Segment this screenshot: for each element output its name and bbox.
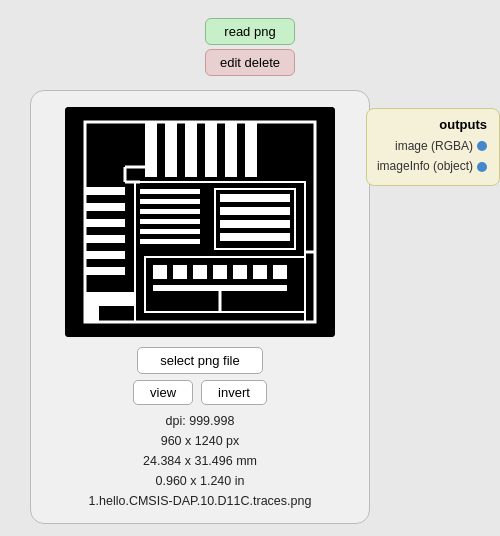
svg-rect-10 [85,219,125,227]
svg-rect-22 [140,239,200,244]
top-buttons-container: read png edit delete [205,18,295,76]
svg-rect-40 [153,285,287,291]
svg-rect-34 [253,265,267,279]
filename: 1.hello.CMSIS-DAP.10.D11C.traces.png [89,491,312,511]
output-image-label: image (RGBA) [395,136,473,156]
svg-rect-21 [140,229,200,234]
svg-rect-15 [85,292,99,322]
select-png-button[interactable]: select png file [137,347,263,374]
svg-rect-7 [245,122,257,177]
svg-rect-5 [205,122,217,177]
svg-rect-35 [273,265,287,279]
edit-delete-button[interactable]: edit delete [205,49,295,76]
svg-rect-25 [220,207,290,215]
dpi-line: dpi: 999.998 [89,411,312,431]
svg-rect-11 [85,235,125,243]
output-image-connector [477,141,487,151]
dimensions-in: 0.960 x 1.240 in [89,471,312,491]
outputs-panel: outputs image (RGBA) imageInfo (object) [366,108,500,186]
svg-rect-8 [85,187,125,195]
svg-rect-26 [220,220,290,228]
dimensions-mm: 24.384 x 31.496 mm [89,451,312,471]
svg-rect-19 [140,209,200,214]
read-png-button[interactable]: read png [205,18,294,45]
svg-rect-12 [85,251,125,259]
svg-rect-31 [193,265,207,279]
image-info: dpi: 999.998 960 x 1240 px 24.384 x 31.4… [89,411,312,511]
svg-rect-30 [173,265,187,279]
svg-rect-29 [153,265,167,279]
invert-button[interactable]: invert [201,380,267,405]
svg-rect-6 [225,122,237,177]
svg-rect-17 [140,189,200,194]
svg-rect-20 [140,219,200,224]
pcb-image [65,107,335,337]
svg-rect-9 [85,203,125,211]
svg-rect-2 [145,122,157,177]
outputs-title: outputs [377,117,487,132]
output-imageinfo-connector [477,162,487,172]
pcb-image-container [65,107,335,337]
dpi-label: dpi: [166,414,186,428]
output-imageinfo-label: imageInfo (object) [377,156,473,176]
svg-rect-32 [213,265,227,279]
svg-rect-24 [220,194,290,202]
svg-rect-3 [165,122,177,177]
view-button[interactable]: view [133,380,193,405]
svg-rect-4 [185,122,197,177]
main-card: select png file view invert dpi: 999.998… [30,90,370,524]
output-item-image: image (RGBA) [377,136,487,156]
output-item-imageinfo: imageInfo (object) [377,156,487,176]
svg-rect-33 [233,265,247,279]
view-invert-row: view invert [133,380,267,405]
svg-rect-13 [85,267,125,275]
dimensions-px: 960 x 1240 px [89,431,312,451]
svg-rect-18 [140,199,200,204]
svg-rect-27 [220,233,290,241]
dpi-value: 999.998 [189,414,234,428]
